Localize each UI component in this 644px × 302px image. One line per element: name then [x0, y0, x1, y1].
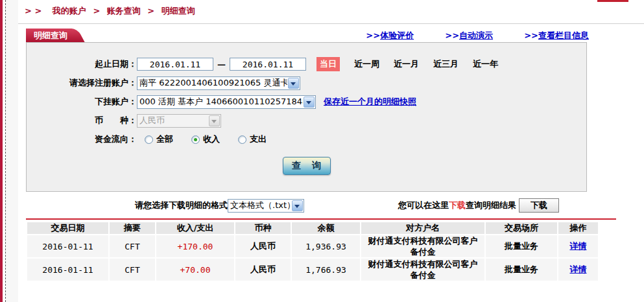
cell-counterparty: 财付通支付科技有限公司客户备付金 — [361, 259, 484, 281]
end-date-input[interactable] — [230, 58, 306, 71]
radio-label: 收入 — [203, 134, 220, 145]
save-snapshot-link[interactable]: 保存近一个月的明细快照 — [324, 96, 416, 108]
registered-account-label: 请选择注册账户： — [27, 77, 137, 89]
table-row: 2016-01-11 CFT +70.00 人民币 1,766.93 财付通支付… — [27, 259, 598, 281]
radio-icon[interactable] — [145, 135, 153, 144]
cell-summary: CFT — [110, 259, 155, 281]
col-header-action: 操作 — [558, 222, 598, 234]
detail-link[interactable]: 详情 — [570, 241, 587, 251]
col-header-counterparty: 对方户名 — [361, 222, 484, 234]
chevron-down-icon — [304, 97, 315, 108]
col-header-currency: 币种 — [235, 222, 291, 234]
horizontal-divider — [18, 23, 644, 24]
download-hint-group: 您可以在这里下载查询明细结果 下载 — [398, 198, 559, 213]
chevron-down-icon — [292, 200, 303, 211]
link-label: 体验评价 — [380, 30, 414, 40]
download-hint: 您可以在这里下载查询明细结果 — [398, 200, 516, 211]
radio-icon-selected[interactable] — [191, 135, 200, 144]
cell-balance: 1,936.93 — [292, 235, 360, 257]
left-red-strip — [0, 0, 3, 302]
download-format-label: 请您选择下载明细的格式 — [135, 200, 228, 211]
range-week-button[interactable]: 近一周 — [354, 58, 379, 70]
download-format-select[interactable]: 文本格式（.txt） — [228, 199, 304, 213]
cell-amount: +70.00 — [156, 259, 234, 281]
detail-link[interactable]: 详情 — [570, 264, 587, 274]
table-top-rule — [26, 218, 616, 220]
col-header-venue: 交易场所 — [486, 222, 557, 234]
radio-option-expense[interactable]: 支出 — [238, 134, 267, 145]
download-row: 请您选择下载明细的格式 文本格式（.txt） 您可以在这里下载查询明细结果 下载 — [26, 198, 589, 213]
currency-select-disabled: 人民币 — [137, 114, 221, 128]
link-view-column-info[interactable]: >>查看栏目信息 — [524, 30, 589, 40]
sub-account-value: 000 活期 基本户 1406600101102571848 — [137, 96, 303, 108]
link-label: 查看栏目信息 — [538, 30, 589, 40]
tab-detail-query[interactable]: 明细查询 — [26, 29, 71, 42]
cell-amount: +170.00 — [156, 235, 234, 257]
main-content: 明细查询 >>体验评价 >>自动演示 >>查看栏目信息 起止日期： — 当日 近… — [26, 29, 589, 282]
transactions-table: 交易日期 摘要 收入/支出 币种 余额 对方户名 交易场所 操作 2016-01… — [26, 221, 599, 282]
cell-currency: 人民币 — [235, 235, 291, 257]
range-quarter-button[interactable]: 近三月 — [433, 58, 459, 70]
currency-row: 币 种： 人民币 — [27, 113, 586, 128]
sub-account-label: 下挂账户： — [27, 96, 137, 108]
account-detail-query-page: { "breadcrumb": { "prefix": "> >", "sepa… — [0, 0, 644, 302]
hint-highlight: 下载 — [449, 200, 466, 210]
start-date-input[interactable] — [137, 58, 213, 71]
left-gray-column — [6, 0, 18, 302]
query-button[interactable]: 查 询 — [283, 157, 331, 175]
link-prefix: >> — [366, 30, 380, 40]
sub-account-select[interactable]: 000 活期 基本户 1406600101102571848 — [137, 95, 316, 109]
breadcrumb-separator: > — [93, 6, 100, 16]
radio-icon[interactable] — [238, 135, 246, 144]
link-experience-rating[interactable]: >>体验评价 — [366, 30, 414, 40]
col-header-date: 交易日期 — [27, 222, 108, 234]
hint-text: 您可以在这里 — [398, 200, 449, 210]
link-auto-demo[interactable]: >>自动演示 — [445, 30, 493, 40]
flow-direction-label: 资金流向： — [27, 134, 137, 145]
radio-label: 支出 — [250, 134, 267, 145]
radio-option-income[interactable]: 收入 — [191, 134, 220, 145]
breadcrumb-separator: > — [147, 6, 154, 16]
date-range-label: 起止日期： — [27, 58, 137, 70]
range-year-button[interactable]: 近一年 — [473, 58, 498, 70]
breadcrumb: > > 我的账户 > 账务查询 > 明细查询 — [25, 5, 195, 17]
link-prefix: >> — [445, 30, 459, 40]
cell-venue: 批量业务 — [486, 235, 557, 257]
query-button-row: 查 询 — [27, 157, 586, 175]
range-today-button[interactable]: 当日 — [316, 57, 340, 71]
col-header-balance: 余额 — [292, 222, 360, 234]
registered-account-value: 南平 6222001406100921065 灵通卡 — [137, 77, 287, 89]
cell-counterparty: 财付通支付科技有限公司客户备付金 — [361, 235, 484, 257]
cell-currency: 人民币 — [235, 259, 291, 281]
breadcrumb-item-my-account[interactable]: 我的账户 — [53, 6, 86, 16]
date-dash: — — [217, 60, 226, 69]
table-header-row: 交易日期 摘要 收入/支出 币种 余额 对方户名 交易场所 操作 — [27, 222, 598, 234]
currency-value: 人民币 — [137, 115, 208, 126]
section-header: 明细查询 >>体验评价 >>自动演示 >>查看栏目信息 — [26, 29, 589, 42]
chevron-down-icon — [209, 115, 220, 126]
quick-links: >>体验评价 >>自动演示 >>查看栏目信息 — [337, 29, 589, 41]
cell-date: 2016-01-11 — [27, 259, 108, 281]
sub-account-row: 下挂账户： 000 活期 基本户 1406600101102571848 保存近… — [27, 95, 586, 109]
cell-summary: CFT — [110, 235, 155, 257]
registered-account-select[interactable]: 南平 6222001406100921065 灵通卡 — [137, 76, 300, 90]
radio-option-all[interactable]: 全部 — [145, 134, 173, 145]
cell-balance: 1,766.93 — [292, 259, 360, 281]
query-form-panel: 起止日期： — 当日 近一周 近一月 近三月 近一年 请选择注册账户： 南平 6… — [26, 42, 587, 192]
link-prefix: >> — [524, 30, 538, 40]
flow-direction-row: 资金流向： 全部 收入 支出 — [27, 132, 586, 146]
download-button[interactable]: 下载 — [519, 198, 559, 213]
download-format-value: 文本格式（.txt） — [228, 200, 291, 211]
breadcrumb-item-detail-query[interactable]: 明细查询 — [161, 6, 195, 16]
table-row: 2016-01-11 CFT +170.00 人民币 1,936.93 财付通支… — [27, 235, 598, 257]
clipped-top-right-element — [597, 0, 628, 2]
breadcrumb-item-account-query[interactable]: 账务查询 — [107, 6, 141, 16]
currency-label: 币 种： — [27, 115, 137, 126]
breadcrumb-prefix: > > — [25, 6, 42, 16]
range-month-button[interactable]: 近一月 — [394, 58, 419, 70]
col-header-amount: 收入/支出 — [156, 222, 234, 234]
radio-label: 全部 — [156, 134, 173, 145]
cell-venue: 批量业务 — [486, 259, 557, 281]
date-range-row: 起止日期： — 当日 近一周 近一月 近三月 近一年 — [27, 57, 586, 71]
registered-account-row: 请选择注册账户： 南平 6222001406100921065 灵通卡 — [27, 76, 586, 90]
